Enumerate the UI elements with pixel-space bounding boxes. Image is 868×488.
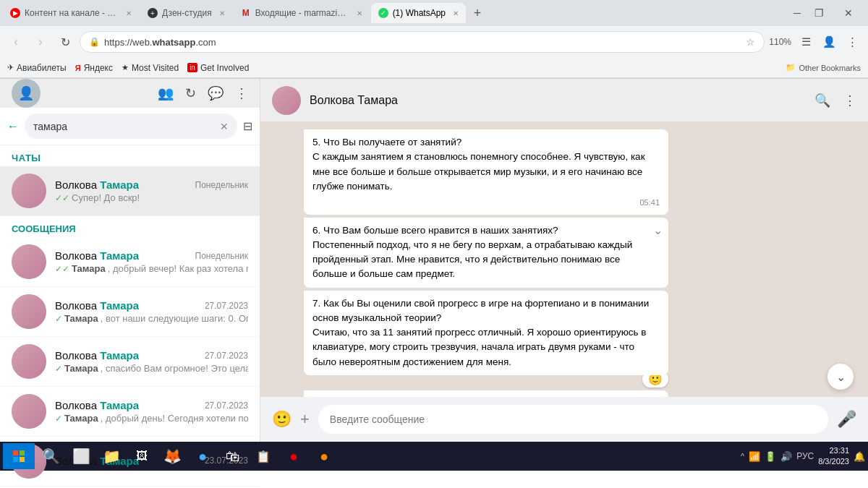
ticks-icon-1: ✓✓: [55, 264, 69, 274]
menu-icon[interactable]: ⋮: [842, 32, 862, 52]
search-clear-button[interactable]: ✕: [220, 121, 229, 132]
my-avatar[interactable]: 👤: [12, 79, 41, 108]
message-input[interactable]: [330, 414, 817, 425]
scroll-to-bottom-button[interactable]: ⌄: [827, 364, 854, 390]
minimize-button[interactable]: ─: [788, 4, 806, 22]
address-box[interactable]: 🔒 https://web.whatsapp.com ☆: [80, 31, 765, 53]
tab-youtube[interactable]: ▶ Контент на канале - YouTube ✕: [3, 3, 139, 23]
search-input[interactable]: [33, 121, 214, 132]
taskbar-search-icon[interactable]: 🔍: [36, 443, 65, 469]
battery-icon[interactable]: 🔋: [765, 451, 776, 462]
taskbar-browser2-icon[interactable]: ●: [188, 443, 217, 469]
message-item-4[interactable]: Волкова Тамара 27.07.2023 ✓ Тамара, добр…: [0, 387, 260, 437]
volume-icon[interactable]: 🔊: [780, 451, 792, 462]
folder-icon: 📁: [786, 63, 796, 72]
svg-rect-1: [20, 450, 25, 455]
browser-right-icons: ☰ 👤 ⋮: [796, 32, 862, 52]
taskbar-clock: 23:31 8/3/2023: [818, 445, 849, 468]
mic-button[interactable]: 🎤: [837, 410, 856, 429]
maximize-button[interactable]: ❐: [810, 4, 827, 22]
youtube-icon: ▶: [10, 8, 20, 18]
search-chat-icon[interactable]: 🔍: [814, 93, 830, 108]
bookmark-star-icon[interactable]: ☆: [746, 36, 755, 48]
msg-time-2: 27.07.2023: [205, 301, 248, 311]
taskbar-browser-icon[interactable]: 🦊: [158, 443, 187, 469]
tab-whatsapp[interactable]: ✓ (1) WhatsApp ✕: [371, 3, 466, 23]
tab-gmail[interactable]: M Входящие - marmazina@gma... ✕: [234, 3, 370, 23]
windows-logo-icon: [13, 450, 25, 462]
taskbar-orange-icon[interactable]: ●: [310, 443, 339, 469]
forward-button[interactable]: ›: [30, 32, 51, 52]
chat-avatar: [12, 174, 46, 208]
more-options-icon[interactable]: ⋮: [235, 85, 248, 101]
new-chat-icon[interactable]: ↻: [185, 85, 196, 101]
contact-avatar[interactable]: [272, 86, 301, 115]
bookmark-yandex[interactable]: Я Яндекс: [75, 63, 113, 73]
clock-time: 23:31: [818, 445, 849, 456]
taskbar-taskview-icon[interactable]: ⬜: [67, 443, 95, 469]
more-chat-options-icon[interactable]: ⋮: [843, 93, 856, 108]
back-button[interactable]: ‹: [6, 32, 26, 52]
close-button[interactable]: ✕: [832, 0, 865, 26]
message-input-field[interactable]: [318, 405, 828, 434]
tab-youtube-close[interactable]: ✕: [126, 9, 132, 17]
taskbar-photos-icon[interactable]: 🖼: [127, 443, 156, 469]
svg-rect-3: [20, 457, 25, 462]
left-panel: 👤 👥 ↻ 💬 ⋮ ← ✕ ⊟ ЧАТЫ: [0, 79, 260, 442]
message-2-text: 6. Что Вам больше всего нравится в наших…: [312, 223, 660, 282]
chat-icon[interactable]: 💬: [208, 85, 224, 101]
attach-button[interactable]: +: [300, 410, 310, 429]
profile-icon[interactable]: 👤: [819, 32, 839, 52]
dropdown-icon[interactable]: ⌄: [653, 222, 663, 239]
tab-whatsapp-close[interactable]: ✕: [453, 9, 459, 17]
gmail-icon: M: [241, 8, 251, 18]
tab-dzen-close[interactable]: ✕: [219, 9, 225, 17]
message-2: ⌄ 6. Что Вам больше всего нравится в наш…: [304, 218, 668, 288]
taskbar-explorer-icon[interactable]: 📁: [97, 443, 126, 469]
taskbar-app-icon[interactable]: 📋: [249, 443, 278, 469]
chat-info: Волкова Тамара Понедельник ✓✓ Супер! До …: [55, 179, 248, 203]
tab-gmail-close[interactable]: ✕: [357, 9, 362, 17]
contact-info: Волкова Тамара: [310, 94, 806, 107]
community-icon[interactable]: 👥: [158, 85, 174, 101]
ticks-icon-3: ✓: [55, 364, 62, 374]
wifi-icon[interactable]: 📶: [749, 451, 760, 462]
message-item-1[interactable]: Волкова Тамара Понедельник ✓✓ Тамара, до…: [0, 237, 260, 287]
msg-info-2: Волкова Тамара 27.07.2023 ✓ Тамара, вот …: [55, 299, 248, 324]
message-3-text: 7. Как бы Вы оценили свой прогресс в игр…: [312, 296, 660, 369]
message-3-container: 7. Как бы Вы оценили свой прогресс в игр…: [304, 291, 668, 388]
tab-dzen[interactable]: + Дзен-студия ✕: [140, 3, 232, 23]
msg-name-1: Волкова Тамара: [55, 249, 139, 262]
taskbar-tray: ^ 📶 🔋 🔊 РУС 23:31 8/3/2023 🔔: [741, 445, 865, 468]
chat-item-volkovа-tamara-chats[interactable]: Волкова Тамара Понедельник ✓✓ Супер! До …: [0, 166, 260, 216]
taskbar-store-icon[interactable]: 🛍: [218, 443, 247, 469]
tray-arrow-icon[interactable]: ^: [741, 452, 744, 461]
msg-info-4: Волкова Тамара 27.07.2023 ✓ Тамара, добр…: [55, 399, 248, 424]
address-bar-row: ‹ › ↻ 🔒 https://web.whatsapp.com ☆ 110% …: [0, 26, 868, 58]
other-bookmarks[interactable]: 📁 Other Bookmarks: [786, 63, 861, 72]
search-filter-icon[interactable]: ⊟: [243, 119, 252, 133]
language-label: РУС: [796, 451, 814, 461]
taskbar-red-icon[interactable]: ●: [279, 443, 308, 469]
new-tab-button[interactable]: +: [467, 3, 488, 23]
refresh-button[interactable]: ↻: [55, 32, 75, 52]
message-item-2[interactable]: Волкова Тамара 27.07.2023 ✓ Тамара, вот …: [0, 287, 260, 337]
left-header: 👤 👥 ↻ 💬 ⋮: [0, 79, 260, 108]
right-header-icons: 🔍 ⋮: [814, 93, 856, 108]
emoji-button[interactable]: 🙂: [272, 410, 292, 429]
msg-preview-4: ✓ Тамара, добрый день! Сегодня хотели по…: [55, 413, 248, 424]
search-back-button[interactable]: ←: [7, 120, 19, 133]
chats-section-label: ЧАТЫ: [0, 145, 260, 166]
bookmark-aviabilety[interactable]: ✈ Авиабилеты: [7, 63, 67, 73]
message-item-3[interactable]: Волкова Тамара 27.07.2023 ✓ Тамара, спас…: [0, 337, 260, 387]
bookmark-get-involved[interactable]: in Get Involved: [187, 63, 249, 73]
ticks-icon-4: ✓: [55, 414, 62, 424]
dzen-icon: +: [148, 8, 158, 18]
svg-rect-2: [13, 457, 18, 462]
bookmark-most-visited[interactable]: ★ Most Visited: [122, 63, 179, 73]
search-input-box[interactable]: ✕: [25, 114, 237, 139]
notification-icon[interactable]: 🔔: [854, 451, 865, 462]
start-button[interactable]: [3, 443, 35, 469]
msg-avatar-4: [12, 394, 46, 429]
extensions-icon[interactable]: ☰: [796, 32, 816, 52]
